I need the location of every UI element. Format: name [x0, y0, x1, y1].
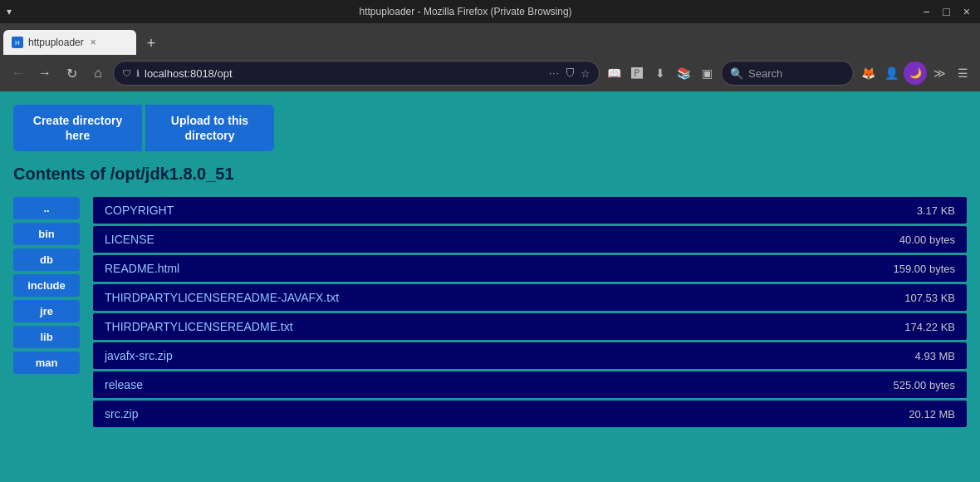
- file-size: 525.00 bytes: [894, 379, 955, 391]
- action-buttons: Create directory here Upload to this dir…: [13, 105, 967, 151]
- nav-bar: ← → ↻ ⌂ 🛡 ℹ localhost:8018/opt ··· ⛉ ☆ 📖…: [0, 55, 980, 91]
- file-name: README.html: [105, 262, 179, 275]
- sidebar-item-man[interactable]: man: [13, 352, 80, 374]
- profile-button[interactable]: 👤: [880, 62, 902, 84]
- sidebar: ..bindbincludejrelibman: [13, 197, 80, 430]
- table-row[interactable]: src.zip20.12 MB: [93, 401, 967, 427]
- more-tools-button[interactable]: ≫: [929, 62, 950, 84]
- tab-close-button[interactable]: ×: [91, 37, 96, 48]
- tab-label: httpuploader: [28, 37, 84, 48]
- page-content: Create directory here Upload to this dir…: [0, 91, 980, 482]
- file-size: 174.22 KB: [904, 321, 955, 333]
- file-name: src.zip: [105, 407, 138, 421]
- sidebar-item-bin[interactable]: bin: [13, 223, 80, 245]
- file-size: 4.93 MB: [915, 350, 955, 362]
- search-placeholder-text: Search: [748, 67, 782, 80]
- file-name: javafx-src.zip: [105, 349, 173, 362]
- file-name: release: [105, 378, 143, 391]
- table-row[interactable]: THIRDPARTYLICENSEREADME-JAVAFX.txt107.53…: [93, 284, 967, 311]
- reading-mode-button[interactable]: 📖: [603, 62, 625, 84]
- window-title: httpuploader - Mozilla Firefox (Private …: [12, 6, 919, 17]
- file-name: THIRDPARTYLICENSEREADME.txt: [105, 320, 293, 333]
- star-icon[interactable]: ☆: [581, 67, 590, 80]
- address-more-icon[interactable]: ···: [549, 67, 560, 79]
- maximize-button[interactable]: □: [939, 5, 953, 18]
- minimize-button[interactable]: −: [919, 5, 933, 18]
- home-button[interactable]: ⌂: [86, 61, 110, 85]
- menu-button[interactable]: ☰: [952, 62, 973, 84]
- file-size: 20.12 MB: [909, 408, 955, 421]
- file-name: LICENSE: [105, 233, 154, 246]
- pocket-button[interactable]: 🅿: [626, 62, 648, 84]
- lock-icon: ℹ: [136, 68, 140, 79]
- active-tab[interactable]: H httpuploader ×: [3, 30, 136, 55]
- address-text[interactable]: localhost:8018/opt: [145, 67, 544, 80]
- table-row[interactable]: THIRDPARTYLICENSEREADME.txt174.22 KB: [93, 313, 967, 340]
- table-row[interactable]: LICENSE40.00 bytes: [93, 226, 967, 253]
- new-tab-button[interactable]: +: [140, 32, 163, 55]
- refresh-button[interactable]: ↻: [60, 61, 83, 85]
- search-icon: 🔍: [730, 67, 743, 80]
- file-size: 3.17 KB: [917, 204, 955, 217]
- window-action-controls[interactable]: − □ ×: [919, 5, 973, 18]
- sidebar-item-jre[interactable]: jre: [13, 300, 80, 322]
- file-size: 40.00 bytes: [899, 234, 955, 246]
- shield-icon: 🛡: [122, 68, 131, 78]
- main-layout: ..bindbincludejrelibman COPYRIGHT3.17 KB…: [13, 197, 967, 430]
- file-list: COPYRIGHT3.17 KBLICENSE40.00 bytesREADME…: [93, 197, 967, 430]
- directory-title: Contents of /opt/jdk1.8.0_51: [13, 165, 967, 184]
- sidebar-item-lib[interactable]: lib: [13, 326, 80, 348]
- tracking-protection-button[interactable]: 🦊: [857, 62, 879, 84]
- title-bar: ▾ httpuploader - Mozilla Firefox (Privat…: [0, 0, 980, 23]
- table-row[interactable]: COPYRIGHT3.17 KB: [93, 197, 967, 224]
- private-browsing-icon: 🌙: [904, 61, 927, 85]
- container-button[interactable]: ▣: [696, 62, 718, 84]
- file-size: 107.53 KB: [904, 292, 955, 304]
- create-directory-button[interactable]: Create directory here: [13, 105, 142, 151]
- upload-button[interactable]: Upload to this directory: [145, 105, 274, 151]
- file-size: 159.00 bytes: [894, 263, 955, 275]
- bookmark-icon[interactable]: ⛉: [565, 67, 576, 80]
- table-row[interactable]: javafx-src.zip4.93 MB: [93, 342, 967, 369]
- nav-toolbar-right: 🦊 👤 🌙 ≫ ☰: [857, 61, 973, 85]
- table-row[interactable]: README.html159.00 bytes: [93, 255, 967, 282]
- browser-chrome: ▾ httpuploader - Mozilla Firefox (Privat…: [0, 0, 980, 91]
- tab-bar: H httpuploader × +: [0, 23, 980, 55]
- sidebar-item-db[interactable]: db: [13, 248, 80, 271]
- file-name: COPYRIGHT: [105, 204, 174, 217]
- forward-button[interactable]: →: [33, 61, 56, 85]
- download-button[interactable]: ⬇: [649, 62, 671, 84]
- search-bar[interactable]: 🔍 Search: [721, 61, 854, 86]
- library-button[interactable]: 📚: [673, 62, 694, 84]
- tab-favicon: H: [12, 37, 23, 48]
- address-bar[interactable]: 🛡 ℹ localhost:8018/opt ··· ⛉ ☆: [113, 61, 600, 86]
- file-name: THIRDPARTYLICENSEREADME-JAVAFX.txt: [105, 291, 339, 304]
- table-row[interactable]: release525.00 bytes: [93, 371, 967, 398]
- close-button[interactable]: ×: [960, 5, 973, 18]
- sidebar-item-include[interactable]: include: [13, 274, 80, 297]
- back-button[interactable]: ←: [7, 61, 30, 85]
- sidebar-item-parent-dir[interactable]: ..: [13, 197, 80, 219]
- nav-toolbar: 📖 🅿 ⬇ 📚 ▣: [603, 62, 718, 84]
